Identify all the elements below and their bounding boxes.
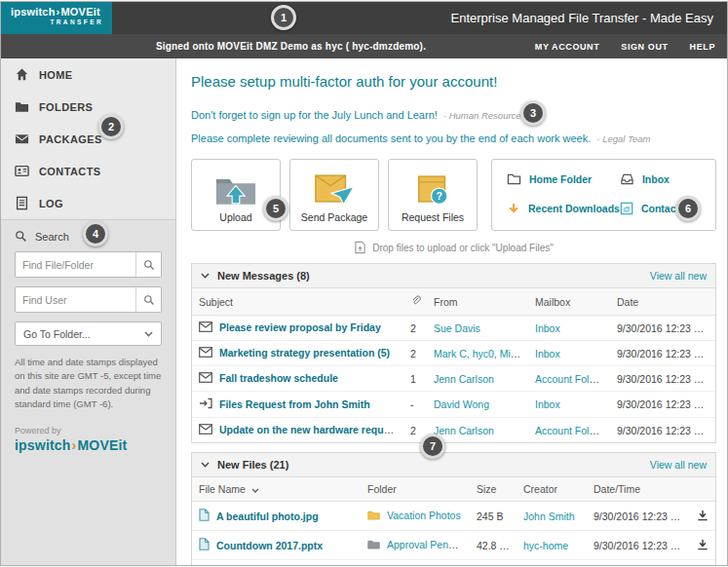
find-user-input[interactable] [16, 287, 135, 312]
file-row: Countdown 2017.pptx Approval Pending 42.… [192, 531, 715, 560]
go-to-folder-select[interactable]: Go To Folder... [15, 321, 162, 346]
upload-folder-icon [214, 168, 257, 211]
envelope-icon [199, 347, 212, 359]
file-row: A beautiful photo.jpg Vacation Photos 24… [192, 502, 715, 531]
find-file-input[interactable] [16, 252, 135, 277]
recent-downloads-link[interactable]: Recent Downloads [507, 202, 620, 215]
collapse-chevron-icon[interactable] [201, 462, 210, 468]
find-file-group [15, 251, 162, 278]
col-attachments[interactable] [403, 288, 427, 316]
col-subject[interactable]: Subject [192, 288, 403, 316]
logo-subtitle: TRANSFER [11, 19, 103, 25]
col-size[interactable]: Size [470, 477, 517, 502]
sort-chevron-icon[interactable] [251, 483, 259, 495]
col-file-name[interactable]: File Name [192, 477, 361, 502]
file-name-link[interactable]: A beautiful photo.jpg [216, 510, 319, 522]
announcement-source: - Human Resource [443, 110, 521, 121]
collapse-chevron-icon[interactable] [201, 273, 210, 279]
message-date: 9/30/2016 12:23 PM [610, 366, 715, 392]
message-mailbox-link[interactable]: Account Folder [535, 425, 604, 436]
main-content: Please setup multi-factor auth for your … [176, 58, 727, 565]
view-all-new-messages-link[interactable]: View all new [650, 270, 707, 282]
attachment-count: 1 [403, 366, 427, 392]
message-subject-link[interactable]: Marketing strategy presentation (5) [219, 347, 390, 359]
message-row: Files Request from John Smith - David Wo… [192, 392, 715, 418]
file-size: 245 B [470, 560, 517, 566]
my-account-link[interactable]: MY ACCOUNT [535, 42, 600, 52]
request-files-button[interactable]: ? Request Files [388, 159, 478, 231]
sidebar-item-label: PACKAGES [39, 133, 102, 145]
col-mailbox[interactable]: Mailbox [528, 288, 610, 316]
files-table: File Name Folder Size Creator Date/Time … [192, 477, 715, 565]
home-folder-icon [507, 172, 521, 185]
col-from[interactable]: From [427, 288, 528, 316]
sign-out-link[interactable]: SIGN OUT [621, 42, 668, 52]
download-icon[interactable] [697, 510, 709, 521]
message-mailbox-link[interactable]: Inbox [535, 398, 560, 410]
send-package-button[interactable]: Send Package [289, 159, 379, 231]
drop-files-hint: Drop files to upload or click "Upload Fi… [191, 241, 716, 254]
message-subject-link[interactable]: Files Request from John Smith [219, 398, 370, 410]
sidebar-item-home[interactable]: HOME [1, 58, 175, 91]
home-icon [15, 67, 29, 82]
svg-text:?: ? [436, 190, 441, 202]
annotation-marker-1: 1 [271, 5, 296, 30]
message-date: 9/30/2016 12:23 PM [610, 418, 715, 443]
sidebar-item-folders[interactable]: FOLDERS [1, 91, 175, 123]
message-mailbox-link[interactable]: Inbox [535, 322, 560, 334]
message-subject-link[interactable]: Please review proposal by Friday [219, 321, 381, 333]
message-subject-link[interactable]: Update on the new hardware requirement [219, 424, 403, 435]
sidebar-item-contacts[interactable]: CONTACTS [1, 155, 175, 187]
logo-separator: › [57, 6, 60, 18]
session-bar: Signed onto MOVEit DMZ Demo as hyc ( hyc… [1, 34, 727, 58]
message-from-link[interactable]: Jenn Carlson [434, 373, 494, 385]
file-row: New diagram.jpg Approval Pending 245 B h… [192, 560, 715, 566]
upload-button[interactable]: Upload [191, 159, 281, 231]
announcement-text: Don't forget to sign up for the July Lun… [191, 109, 438, 121]
files-table-header: File Name Folder Size Creator Date/Time [192, 477, 715, 502]
message-from-link[interactable]: Sue Davis [434, 322, 480, 334]
view-all-new-files-link[interactable]: View all new [650, 459, 707, 471]
go-to-folder-label: Go To Folder... [23, 328, 91, 340]
file-name-link[interactable]: Countdown 2017.pptx [216, 540, 323, 551]
message-from-link[interactable]: Mark C, hyc0, Mike C. [434, 348, 528, 359]
sidebar-item-log[interactable]: LOG [1, 187, 175, 219]
col-date-time[interactable]: Date/Time [587, 477, 690, 502]
find-file-search-button[interactable] [135, 252, 161, 277]
file-creator-link[interactable]: John Smith [523, 510, 575, 522]
message-date: 9/30/2016 12:23 PM [610, 316, 715, 341]
message-from-link[interactable]: Jenn Carlson [434, 425, 494, 436]
col-date[interactable]: Date [610, 288, 715, 316]
new-messages-panel: New Messages (8) View all new Subject [191, 263, 716, 443]
col-creator[interactable]: Creator [517, 477, 587, 502]
powered-by-label: Powered by [15, 426, 162, 435]
ipswitch-moveit-logo[interactable]: ipswitch›MOVEit [15, 437, 162, 453]
file-folder-link[interactable]: Vacation Photos [387, 510, 461, 521]
message-mailbox-link[interactable]: Account Folder [535, 373, 604, 385]
sidebar-item-packages[interactable]: PACKAGES [1, 123, 175, 155]
message-mailbox-link[interactable]: Inbox [535, 348, 560, 359]
quick-link-label: Inbox [642, 173, 670, 185]
find-user-search-button[interactable] [135, 287, 161, 312]
search-icon [15, 230, 27, 243]
sidebar-item-label: CONTACTS [39, 166, 101, 177]
message-subject-link[interactable]: Fall tradeshow schedule [219, 372, 338, 384]
message-from-link[interactable]: David Wong [434, 398, 489, 410]
sidebar-search-section: Search Go To Folder... [1, 219, 175, 565]
home-folder-link[interactable]: Home Folder [507, 172, 620, 185]
file-date: 9/30/2016 12:23 PM [587, 502, 690, 531]
file-creator-link[interactable]: hyc-home [523, 540, 568, 551]
download-icon[interactable] [697, 539, 709, 550]
file-icon [199, 538, 210, 552]
new-messages-header: New Messages (8) View all new [192, 264, 715, 288]
col-folder[interactable]: Folder [361, 477, 470, 502]
file-icon [199, 509, 210, 523]
help-link[interactable]: HELP [690, 42, 715, 52]
panel-title: New Messages (8) [217, 270, 310, 282]
inbox-link[interactable]: Inbox [620, 172, 709, 185]
file-folder-link[interactable]: Approval Pending [387, 539, 468, 550]
quick-link-label: Home Folder [529, 173, 592, 185]
moveit-transfer-logo[interactable]: ipswitch›MOVEit TRANSFER [1, 2, 112, 34]
folder-gray-icon [367, 540, 380, 551]
logo-product: MOVEit [60, 6, 99, 18]
